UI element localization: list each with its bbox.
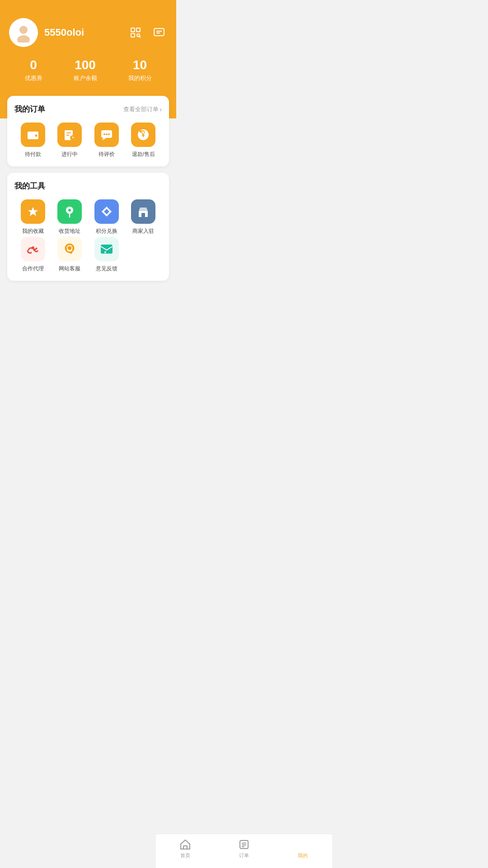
- svg-rect-3: [136, 28, 140, 32]
- svg-point-27: [68, 209, 71, 212]
- stat-coupons[interactable]: 0 优惠券: [25, 58, 42, 82]
- tool-merchant[interactable]: 商家入驻: [125, 199, 162, 235]
- svg-rect-2: [131, 28, 135, 32]
- balance-label: 账户余额: [74, 74, 97, 82]
- svg-rect-35: [72, 247, 74, 250]
- svg-point-12: [35, 135, 37, 137]
- scan-button[interactable]: [127, 24, 144, 41]
- order-pending-payment[interactable]: 待付款: [14, 123, 52, 158]
- svg-point-21: [106, 133, 108, 135]
- message-button[interactable]: [151, 24, 167, 41]
- order-refund[interactable]: ¥ 退款/售后: [125, 123, 162, 158]
- message-icon: [153, 26, 165, 39]
- tool-feedback[interactable]: 意见反馈: [88, 237, 125, 273]
- svg-point-20: [103, 133, 105, 135]
- customer-service-label: 网站客服: [59, 265, 80, 273]
- pending-payment-icon-bg: [21, 123, 45, 147]
- diamond-icon: [100, 205, 113, 218]
- orders-card: 我的订单 查看全部订单 › 待付款: [7, 96, 169, 166]
- tool-points-exchange[interactable]: 积分兑换: [88, 199, 125, 235]
- cards-area: 我的订单 查看全部订单 › 待付款: [0, 96, 176, 281]
- tool-address[interactable]: 收货地址: [52, 199, 89, 235]
- stats-row: 0 优惠券 100 账户余额 10 我的积分: [9, 58, 167, 82]
- coupons-label: 优惠券: [25, 74, 42, 82]
- svg-rect-31: [141, 213, 145, 217]
- tool-favorites[interactable]: 我的收藏: [14, 199, 52, 235]
- feedback-label: 意见反馈: [96, 265, 117, 273]
- scan-icon: [129, 26, 142, 39]
- headset-icon: [61, 240, 79, 258]
- stat-points[interactable]: 10 我的积分: [128, 58, 152, 82]
- wallet-icon: [26, 128, 40, 142]
- points-exchange-icon-bg: [94, 199, 119, 224]
- customer-service-icon-bg: [57, 237, 82, 261]
- orders-header: 我的订单 查看全部订单 ›: [14, 104, 162, 114]
- avatar-icon: [14, 23, 33, 42]
- svg-point-1: [17, 35, 30, 42]
- svg-rect-38: [103, 251, 107, 254]
- empty-cell: [125, 237, 162, 273]
- stat-balance[interactable]: 100 账户余额: [74, 58, 97, 82]
- tools-grid-row2: 合作代理 网站客服: [14, 237, 162, 273]
- pending-review-icon-bg: [94, 123, 119, 147]
- refund-icon-bg: ¥: [131, 123, 155, 147]
- merchant-icon-bg: [131, 199, 155, 224]
- view-all-orders[interactable]: 查看全部订单 ›: [123, 105, 162, 113]
- order-in-progress[interactable]: 进行中: [52, 123, 89, 158]
- feedback-icon-bg: [94, 237, 119, 261]
- favorites-label: 我的收藏: [22, 227, 44, 235]
- svg-rect-4: [131, 33, 135, 37]
- tool-customer-service[interactable]: 网站客服: [52, 237, 89, 273]
- svg-rect-11: [28, 132, 38, 134]
- list-clock-icon: [63, 128, 76, 142]
- in-progress-label: 进行中: [61, 151, 78, 158]
- address-icon-bg: [57, 199, 82, 224]
- location-icon: [63, 205, 76, 218]
- refund-label: 退款/售后: [132, 151, 155, 158]
- svg-marker-25: [28, 207, 38, 216]
- svg-point-0: [19, 26, 28, 34]
- refund-icon: ¥: [136, 128, 150, 142]
- svg-line-6: [139, 36, 141, 38]
- points-value: 10: [133, 58, 147, 72]
- in-progress-icon-bg: [57, 123, 82, 147]
- orders-grid: 待付款 进行中: [14, 123, 162, 158]
- user-info: 5550oloi: [9, 18, 84, 47]
- svg-point-22: [108, 133, 110, 135]
- pending-review-label: 待评价: [99, 151, 115, 158]
- tools-title: 我的工具: [14, 181, 45, 191]
- avatar[interactable]: [9, 18, 38, 47]
- tools-header: 我的工具: [14, 181, 162, 191]
- partner-icon-bg: [21, 237, 45, 261]
- handshake-icon: [24, 240, 42, 258]
- merchant-label: 商家入驻: [132, 227, 154, 235]
- address-label: 收货地址: [59, 227, 80, 235]
- tools-card: 我的工具 我的收藏: [7, 173, 169, 281]
- svg-point-32: [32, 246, 34, 249]
- svg-point-36: [68, 246, 71, 250]
- coupons-value: 0: [30, 58, 37, 72]
- balance-value: 100: [75, 58, 96, 72]
- feedback-envelope-icon: [98, 240, 116, 258]
- star-icon: [26, 205, 40, 218]
- header-icons: [127, 24, 167, 41]
- partner-label: 合作代理: [22, 265, 44, 273]
- favorites-icon-bg: [21, 199, 45, 224]
- svg-rect-34: [65, 247, 67, 250]
- points-exchange-label: 积分兑换: [96, 227, 117, 235]
- shop-icon: [136, 205, 150, 218]
- orders-title: 我的订单: [14, 104, 45, 114]
- pending-payment-label: 待付款: [25, 151, 41, 158]
- points-label: 我的积分: [128, 74, 152, 82]
- svg-rect-7: [154, 28, 164, 36]
- tools-grid-row1: 我的收藏 收货地址: [14, 199, 162, 235]
- tool-partner[interactable]: 合作代理: [14, 237, 52, 273]
- header-top: 5550oloi: [9, 18, 167, 47]
- order-pending-review[interactable]: 待评价: [88, 123, 125, 158]
- username: 5550oloi: [44, 27, 84, 38]
- chat-dots-icon: [100, 128, 113, 142]
